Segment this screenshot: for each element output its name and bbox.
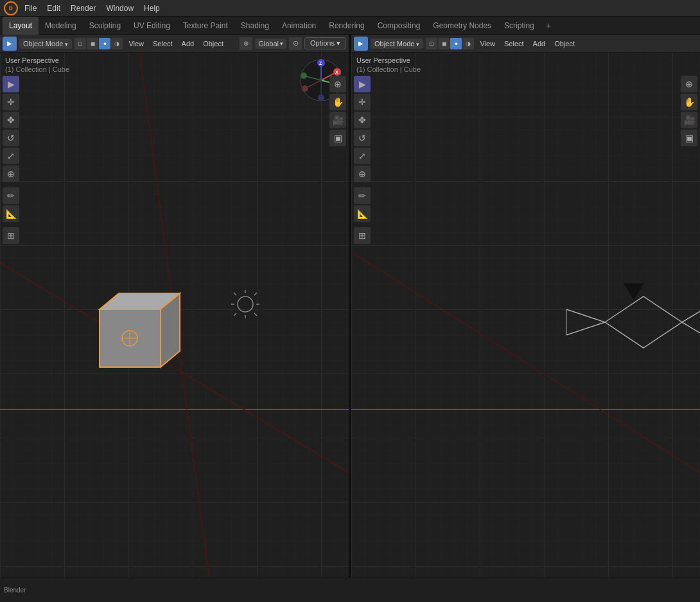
vp-right-info-text: User Perspective [356,56,410,64]
vp-left-header-right: ⊕ Global▾ ⊙ Options ▾ [240,37,346,50]
vp-right-pan-btn[interactable]: ✋ [681,94,697,110]
tab-scripting[interactable]: Scripting [498,17,541,35]
blender-logo[interactable]: B [4,1,18,15]
vp-right-tool-annotate-btn[interactable]: ✏ [354,187,371,204]
vp-right-tool-measure-btn[interactable]: 📐 [354,205,371,222]
tab-animation[interactable]: Animation [276,17,322,35]
menu-help[interactable]: Help [140,3,164,14]
vp-left-options-button[interactable]: Options ▾ [304,37,346,49]
vp-left-view[interactable]: View [125,39,147,49]
vp-left-mode-icon[interactable]: ▶ [3,37,17,51]
viewport-left: ▶ Object Mode ⊡ ◼ ● ◑ View Select Add Ob… [0,35,350,578]
svg-point-35 [318,94,324,101]
menu-file[interactable]: File [21,3,40,14]
vp-right-tool-transform-btn[interactable]: ⊕ [354,166,371,182]
vp-right-tool-scale-btn[interactable]: ⤢ [354,148,371,164]
vp-right-select[interactable]: Select [501,39,527,49]
vp-right-add[interactable]: Add [530,39,549,49]
top-menu-bar: B File Edit Render Window Help [0,0,700,17]
vp-left-object-mode[interactable]: Object Mode [19,39,72,49]
vp-zoom-in-btn[interactable]: ⊕ [329,76,346,92]
tab-shading[interactable]: Shading [234,17,276,35]
vp-right-object[interactable]: Object [551,39,578,49]
menu-window[interactable]: Window [102,3,137,14]
vp-left-canvas[interactable]: User Perspective (1) Collection | Cube X… [0,53,349,578]
svg-text:X: X [335,70,338,74]
vp-right-mode-icon[interactable]: ▶ [354,37,368,51]
vp-right-object-mode[interactable]: Object Mode [371,39,423,49]
vp-left-grid [0,53,349,578]
tab-uv-editing[interactable]: UV Editing [127,17,177,35]
vp-right-zoom-btn[interactable]: ⊕ [681,76,697,92]
viewport-shading-render[interactable]: ◑ [111,38,123,49]
vp-right-canvas[interactable]: User Perspective (1) Collection | Cube ▶… [351,53,700,578]
vp-left-toolbar: ▶ ✛ ✥ ↺ ⤢ ⊕ ✏ 📐 ⊞ [3,76,19,244]
vp-right-shading-solid[interactable]: ◼ [438,38,450,49]
vp-left-info-text: User Perspective [5,56,59,64]
vp-left-collection-text: (1) Collection | Cube [5,65,69,73]
menu-render[interactable]: Render [67,3,100,14]
vp-right-right-toolbar: ⊕ ✋ 🎥 ▣ [681,76,697,146]
tab-modeling[interactable]: Modeling [39,17,83,35]
vp-right-view[interactable]: View [477,39,498,49]
vp-right-header: ▶ Object Mode ⊡ ◼ ● ◑ View Select Add Ob… [351,35,700,53]
bottom-bar: Blender [0,578,700,602]
viewport-shading-solid[interactable]: ◼ [87,38,98,49]
tool-add-cube-btn[interactable]: ⊞ [3,227,19,244]
tab-geometry-nodes[interactable]: Geometry Nodes [426,17,498,35]
vp-left-object[interactable]: Object [200,39,227,49]
vp-right-camera-btn[interactable]: 🎥 [681,112,697,128]
bottom-version: Blender [4,587,26,594]
tool-active-btn[interactable]: ▶ [3,76,19,92]
vp-right-tool-rotate-btn[interactable]: ↺ [354,130,371,146]
tab-texture-paint[interactable]: Texture Paint [177,17,234,35]
viewport-area: ▶ Object Mode ⊡ ◼ ● ◑ View Select Add Ob… [0,35,700,578]
tool-transform-btn[interactable]: ⊕ [3,166,19,182]
tool-measure-btn[interactable]: 📐 [3,205,19,222]
tool-move-btn[interactable]: ✥ [3,112,19,128]
vp-left-add[interactable]: Add [179,39,198,49]
vp-right-shading-wire[interactable]: ⊡ [426,38,437,49]
mode-dropdown-arrow [65,40,68,47]
viewport-shading-material[interactable]: ● [99,38,110,49]
vp-right-toolbar: ▶ ✛ ✥ ↺ ⤢ ⊕ ✏ 📐 ⊞ [354,76,371,244]
tool-rotate-btn[interactable]: ↺ [3,130,19,146]
svg-point-33 [301,73,307,79]
vp-right-tool-add-cube-btn[interactable]: ⊞ [354,227,371,244]
vp-left-right-toolbar: ⊕ ✋ 🎥 ▣ [329,76,346,146]
vp-camera-btn[interactable]: 🎥 [329,112,346,128]
viewport-right: ▶ Object Mode ⊡ ◼ ● ◑ View Select Add Ob… [350,35,700,578]
vp-left-icon-strip: ⊡ ◼ ● ◑ [74,38,123,49]
svg-text:Z: Z [319,61,322,65]
vp-right-tool-move-btn[interactable]: ✥ [354,112,371,128]
tool-scale-btn[interactable]: ⤢ [3,148,19,164]
vp-pan-btn[interactable]: ✋ [329,94,346,110]
vp-right-tool-cursor-btn[interactable]: ✛ [354,94,371,110]
menu-edit[interactable]: Edit [43,3,64,14]
tab-layout[interactable]: Layout [3,17,39,35]
vp-left-global-dropdown[interactable]: Global▾ [255,39,286,49]
tool-cursor-btn[interactable]: ✛ [3,94,19,110]
tab-sculpting[interactable]: Sculpting [83,17,127,35]
transform-orientation-icon[interactable]: ⊕ [240,37,252,50]
vp-right-grid [351,53,700,578]
vp-right-ortho-btn[interactable]: ▣ [681,130,697,146]
vp-right-shading-material[interactable]: ● [450,38,462,49]
tab-rendering[interactable]: Rendering [322,17,371,35]
vp-left-header: ▶ Object Mode ⊡ ◼ ● ◑ View Select Add Ob… [0,35,349,53]
snap-icon[interactable]: ⊙ [289,37,302,50]
add-workspace-button[interactable]: + [541,18,556,33]
vp-ortho-btn[interactable]: ▣ [329,130,346,146]
viewport-shading-wire[interactable]: ⊡ [74,38,86,49]
vp-right-icon-strip: ⊡ ◼ ● ◑ [426,38,474,49]
vp-right-tool-active-btn[interactable]: ▶ [354,76,371,92]
svg-rect-37 [351,53,700,578]
vp-right-shading-render[interactable]: ◑ [462,38,474,49]
vp-right-mode-dropdown-arrow [416,40,419,47]
vp-left-select[interactable]: Select [150,39,176,49]
vp-right-collection-text: (1) Collection | Cube [356,65,421,73]
tab-compositing[interactable]: Compositing [371,17,427,35]
tool-annotate-btn[interactable]: ✏ [3,187,19,204]
svg-point-31 [302,85,308,92]
workspace-tabs: Layout Modeling Sculpting UV Editing Tex… [0,17,700,35]
